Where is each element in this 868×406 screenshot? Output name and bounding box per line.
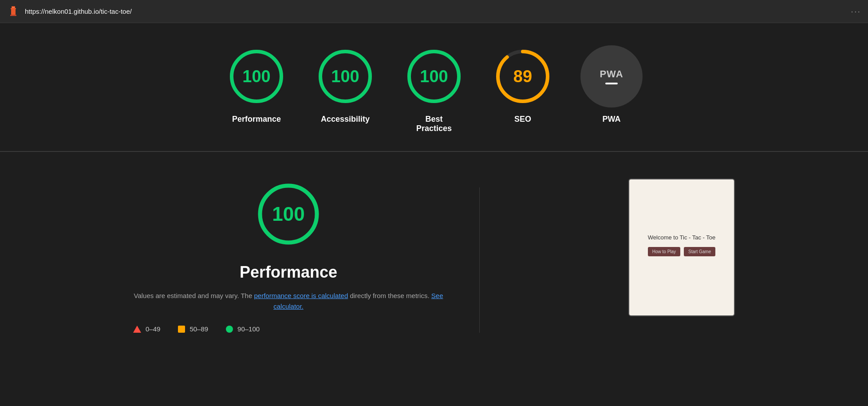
seo-label: SEO [514,115,531,124]
description-text-1: Values are estimated and may vary. The [134,292,254,299]
preview-title: Welcome to Tic - Tac - Toe [648,234,715,241]
score-item-pwa[interactable]: PWA PWA [580,45,643,124]
score-item-accessibility[interactable]: 100 Accessibility [314,45,376,124]
svg-rect-2 [11,9,16,15]
accessibility-label: Accessibility [321,115,370,124]
legend-green-label: 90–100 [237,325,260,333]
seo-score: 89 [513,67,532,86]
performance-label: Performance [232,115,281,124]
score-item-best-practices[interactable]: 100 BestPractices [403,45,465,133]
legend-red-icon [133,326,141,333]
legend-orange-label: 50–89 [189,325,208,333]
legend-item-green: 90–100 [226,325,260,333]
accessibility-score: 100 [331,67,359,86]
detail-score-circle: 100 [253,179,324,250]
pwa-circle: PWA [580,45,643,107]
score-circle-seo: 89 [492,45,554,107]
start-game-button[interactable]: Start Game [684,247,715,256]
lighthouse-icon [7,5,20,18]
pwa-text: PWA [600,68,623,80]
preview-box: Welcome to Tic - Tac - Toe How to Play S… [628,179,735,316]
how-to-play-button[interactable]: How to Play [648,247,680,256]
score-circle-accessibility: 100 [314,45,376,107]
detail-left: 100 Performance Values are estimated and… [133,179,444,333]
performance-score: 100 [242,67,270,86]
detail-description: Values are estimated and may vary. The p… [133,291,444,312]
legend-orange-icon [178,326,185,333]
preview-panel: Welcome to Tic - Tac - Toe How to Play S… [628,179,735,316]
best-practices-score: 100 [420,67,448,86]
legend-item-red: 0–49 [133,325,160,333]
top-bar: https://nelkon01.github.io/tic-tac-toe/ … [0,0,868,23]
legend: 0–49 50–89 90–100 [133,325,444,333]
performance-score-link[interactable]: performance score is calculated [254,292,348,299]
svg-rect-4 [12,7,15,8]
summary-section: 100 Performance 100 Accessibility 100 Be… [0,23,868,151]
detail-score-value: 100 [272,203,304,225]
detail-title: Performance [133,263,444,282]
legend-green-icon [226,326,233,333]
detail-section: 100 Performance Values are estimated and… [0,152,868,359]
score-circle-performance: 100 [225,45,288,107]
score-item-seo[interactable]: 89 SEO [492,45,554,124]
url-display: https://nelkon01.github.io/tic-tac-toe/ [25,8,851,15]
score-item-performance[interactable]: 100 Performance [225,45,288,124]
pwa-dash [605,83,618,84]
best-practices-label: BestPractices [416,115,452,133]
pwa-label: PWA [602,115,620,124]
svg-rect-3 [10,15,16,16]
score-circle-best-practices: 100 [403,45,465,107]
description-text-2: directly from these metrics. [348,292,431,299]
svg-rect-1 [11,8,16,9]
legend-red-label: 0–49 [146,325,160,333]
menu-dots[interactable]: ··· [851,6,861,16]
legend-item-orange: 50–89 [178,325,208,333]
vertical-divider [479,187,480,333]
preview-buttons: How to Play Start Game [648,247,716,256]
